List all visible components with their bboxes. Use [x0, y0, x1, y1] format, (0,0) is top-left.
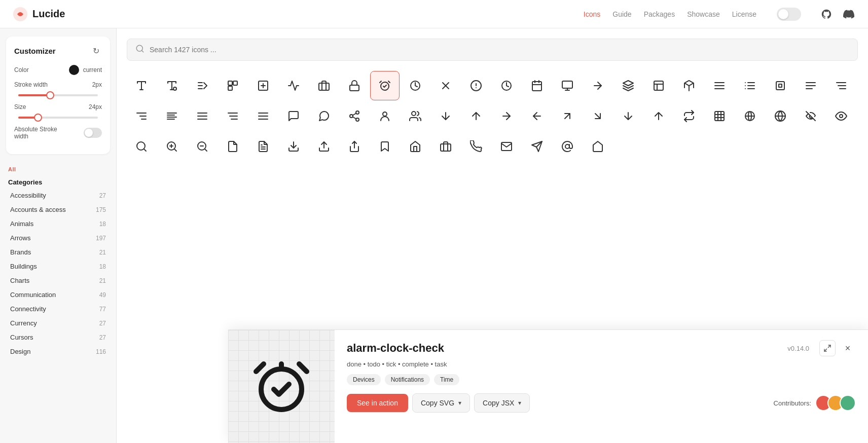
sidebar-item-brands[interactable]: Brands 21 — [2, 245, 114, 259]
icon-cell[interactable] — [248, 101, 278, 131]
icon-cell[interactable] — [705, 71, 734, 100]
sidebar-item-communication[interactable]: Communication 49 — [2, 288, 114, 302]
tag-time[interactable]: Time — [434, 374, 459, 385]
icon-cell[interactable] — [735, 71, 765, 100]
icon-cell[interactable] — [826, 71, 856, 100]
icon-cell[interactable] — [674, 101, 704, 131]
icon-cell[interactable] — [340, 132, 369, 161]
icon-cell[interactable] — [674, 71, 704, 100]
icon-cell[interactable] — [522, 71, 552, 100]
copy-svg-button[interactable]: Copy SVG ▾ — [412, 393, 470, 413]
icon-cell[interactable] — [188, 101, 217, 131]
icon-cell[interactable] — [705, 101, 734, 131]
refresh-icon[interactable]: ↻ — [90, 45, 102, 57]
icon-cell[interactable] — [461, 101, 491, 131]
icon-cell[interactable] — [370, 132, 400, 161]
stroke-slider-thumb[interactable] — [46, 91, 54, 99]
sidebar-item-currency[interactable]: Currency 27 — [2, 316, 114, 330]
see-in-action-button[interactable]: See in action — [347, 394, 408, 412]
icon-cell[interactable] — [279, 101, 308, 131]
nav-icons[interactable]: Icons — [584, 10, 600, 18]
nav-showcase[interactable]: Showcase — [687, 10, 720, 18]
icon-cell[interactable] — [766, 101, 795, 131]
icon-cell[interactable] — [766, 71, 795, 100]
theme-toggle[interactable] — [777, 8, 801, 21]
icon-cell[interactable] — [553, 132, 582, 161]
stroke-slider-track[interactable] — [18, 94, 98, 96]
icon-cell[interactable] — [492, 132, 521, 161]
icon-cell[interactable] — [157, 71, 187, 100]
icon-cell[interactable] — [157, 132, 187, 161]
icon-cell[interactable] — [583, 71, 612, 100]
sidebar-item-cursors[interactable]: Cursors 27 — [2, 330, 114, 344]
icon-cell[interactable] — [370, 101, 400, 131]
tag-devices[interactable]: Devices — [347, 374, 381, 385]
icon-cell[interactable] — [127, 101, 156, 131]
sidebar-item-connectivity[interactable]: Connectivity 77 — [2, 302, 114, 316]
all-label[interactable]: All — [0, 162, 116, 174]
size-slider-thumb[interactable] — [34, 114, 42, 122]
close-icon[interactable]: × — [840, 340, 856, 356]
sidebar-item-arrows[interactable]: Arrows 197 — [2, 231, 114, 245]
sidebar-item-animals[interactable]: Animals 18 — [2, 217, 114, 231]
icon-cell[interactable] — [431, 132, 460, 161]
icon-cell[interactable] — [431, 101, 460, 131]
icon-cell[interactable] — [461, 71, 491, 100]
sidebar-item-accounts-access[interactable]: Accounts & access 175 — [2, 203, 114, 216]
abs-stroke-toggle[interactable] — [84, 128, 102, 138]
nav-license[interactable]: License — [732, 10, 756, 18]
icon-cell[interactable] — [796, 101, 825, 131]
icon-cell[interactable] — [461, 132, 491, 161]
github-icon[interactable] — [819, 7, 834, 21]
icon-cell[interactable] — [218, 71, 247, 100]
icon-cell[interactable] — [279, 132, 308, 161]
icon-cell[interactable] — [340, 71, 369, 100]
color-swatch[interactable] — [69, 65, 79, 75]
tag-notifications[interactable]: Notifications — [385, 374, 430, 385]
copy-jsx-button[interactable]: Copy JSX ▾ — [474, 393, 530, 413]
icon-cell[interactable] — [218, 101, 247, 131]
icon-cell[interactable] — [309, 132, 339, 161]
icon-cell[interactable] — [157, 101, 187, 131]
icon-cell[interactable] — [644, 101, 673, 131]
icon-cell[interactable] — [309, 71, 339, 100]
icon-cell[interactable] — [188, 71, 217, 100]
size-slider-track[interactable] — [18, 117, 98, 119]
icon-cell[interactable] — [401, 101, 430, 131]
icon-cell[interactable] — [553, 101, 582, 131]
icon-cell[interactable] — [340, 101, 369, 131]
icon-cell[interactable] — [613, 101, 643, 131]
icon-cell[interactable] — [522, 101, 552, 131]
icon-cell[interactable] — [401, 71, 430, 100]
sidebar-item-charts[interactable]: Charts 21 — [2, 274, 114, 287]
sidebar-item-buildings[interactable]: Buildings 18 — [2, 260, 114, 273]
icon-cell[interactable] — [218, 132, 247, 161]
icon-cell[interactable] — [796, 71, 825, 100]
icon-cell[interactable] — [553, 71, 582, 100]
icon-cell[interactable] — [248, 71, 278, 100]
icon-cell[interactable] — [401, 132, 430, 161]
discord-icon[interactable] — [842, 7, 856, 21]
icon-cell[interactable] — [492, 71, 521, 100]
sidebar-item-accessibility[interactable]: Accessibility 27 — [2, 189, 114, 202]
icon-cell[interactable] — [492, 101, 521, 131]
icon-cell[interactable] — [279, 71, 308, 100]
icon-cell[interactable] — [370, 71, 400, 100]
icon-cell[interactable] — [613, 71, 643, 100]
icon-cell[interactable] — [188, 132, 217, 161]
icon-cell[interactable] — [583, 101, 612, 131]
icon-cell[interactable] — [522, 132, 552, 161]
icon-cell[interactable] — [583, 132, 612, 161]
expand-icon[interactable] — [819, 340, 836, 356]
icon-cell[interactable] — [431, 71, 460, 100]
nav-packages[interactable]: Packages — [644, 10, 675, 18]
icon-cell[interactable] — [309, 101, 339, 131]
icon-cell[interactable] — [248, 132, 278, 161]
icon-cell[interactable] — [127, 71, 156, 100]
icon-cell[interactable] — [735, 101, 765, 131]
nav-guide[interactable]: Guide — [612, 10, 631, 18]
icon-cell[interactable] — [127, 132, 156, 161]
icon-cell[interactable] — [826, 101, 856, 131]
sidebar-item-design[interactable]: Design 116 — [2, 345, 114, 358]
search-input[interactable] — [150, 46, 849, 54]
